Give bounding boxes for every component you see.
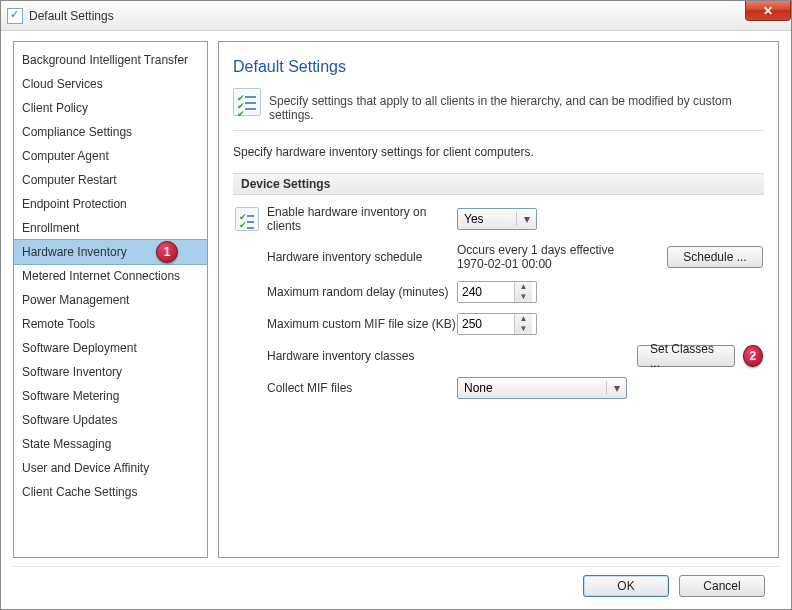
spinner-arrows[interactable]: ▲▼: [514, 314, 532, 334]
spinner-max-random-delay[interactable]: ▲▼: [457, 281, 537, 303]
app-icon: [7, 8, 23, 24]
sidebar: Background Intelligent Transfer Cloud Se…: [13, 41, 208, 558]
sidebar-item-cloud-services[interactable]: Cloud Services: [14, 72, 207, 96]
chevron-up-icon: ▲: [515, 282, 532, 292]
titlebar: Default Settings ✕: [1, 1, 791, 31]
annotation-badge-1: 1: [156, 241, 178, 263]
sidebar-item-software-inventory[interactable]: Software Inventory: [14, 360, 207, 384]
sidebar-item-label: Software Updates: [22, 413, 117, 427]
page-description: Specify settings that apply to all clien…: [269, 88, 764, 122]
sidebar-item-background-intelligent-transfer[interactable]: Background Intelligent Transfer: [14, 48, 207, 72]
sidebar-item-software-updates[interactable]: Software Updates: [14, 408, 207, 432]
sidebar-item-label: Software Inventory: [22, 365, 122, 379]
sidebar-item-label: Remote Tools: [22, 317, 95, 331]
sidebar-item-label: Software Metering: [22, 389, 119, 403]
dialog-footer: OK Cancel: [13, 566, 779, 609]
sidebar-item-label: Metered Internet Connections: [22, 269, 180, 283]
schedule-summary: Occurs every 1 days effective 1970-02-01…: [457, 243, 637, 271]
sidebar-item-label: Computer Agent: [22, 149, 109, 163]
spinner-arrows[interactable]: ▲▼: [514, 282, 532, 302]
sidebar-item-label: Compliance Settings: [22, 125, 132, 139]
sidebar-item-compliance-settings[interactable]: Compliance Settings: [14, 120, 207, 144]
section-header: Device Settings: [233, 173, 764, 195]
label-enable-hardware-inventory: Enable hardware inventory on clients: [267, 205, 457, 233]
chevron-down-icon: ▾: [606, 381, 622, 395]
page-sub-description: Specify hardware inventory settings for …: [233, 145, 764, 159]
content-area: Background Intelligent Transfer Cloud Se…: [1, 31, 791, 566]
sidebar-item-power-management[interactable]: Power Management: [14, 288, 207, 312]
combo-collect-mif-files[interactable]: None ▾: [457, 377, 627, 399]
sidebar-item-label: Software Deployment: [22, 341, 137, 355]
spinner-input[interactable]: [458, 314, 514, 334]
spinner-max-mif-size[interactable]: ▲▼: [457, 313, 537, 335]
combo-value: None: [464, 381, 493, 395]
sidebar-item-user-and-device-affinity[interactable]: User and Device Affinity: [14, 456, 207, 480]
sidebar-item-label: Hardware Inventory: [22, 245, 127, 259]
sidebar-item-computer-restart[interactable]: Computer Restart: [14, 168, 207, 192]
cancel-button[interactable]: Cancel: [679, 575, 765, 597]
sidebar-item-state-messaging[interactable]: State Messaging: [14, 432, 207, 456]
schedule-button[interactable]: Schedule ...: [667, 246, 763, 268]
annotation-badge-2: 2: [743, 345, 763, 367]
label-hardware-inventory-classes: Hardware inventory classes: [267, 349, 457, 363]
sidebar-item-label: Client Policy: [22, 101, 88, 115]
sidebar-item-software-deployment[interactable]: Software Deployment: [14, 336, 207, 360]
sidebar-item-client-cache-settings[interactable]: Client Cache Settings: [14, 480, 207, 504]
close-button[interactable]: ✕: [745, 1, 791, 21]
sidebar-item-label: State Messaging: [22, 437, 111, 451]
sidebar-item-label: Enrollment: [22, 221, 79, 235]
sidebar-item-endpoint-protection[interactable]: Endpoint Protection: [14, 192, 207, 216]
sidebar-item-label: Computer Restart: [22, 173, 117, 187]
sidebar-item-software-metering[interactable]: Software Metering: [14, 384, 207, 408]
label-collect-mif-files: Collect MIF files: [267, 381, 457, 395]
sidebar-item-remote-tools[interactable]: Remote Tools: [14, 312, 207, 336]
page-heading: Default Settings: [233, 58, 764, 76]
sidebar-item-hardware-inventory[interactable]: Hardware Inventory 1: [14, 239, 207, 265]
main-panel: Default Settings ✔✔✔ Specify settings th…: [218, 41, 779, 558]
sidebar-item-computer-agent[interactable]: Computer Agent: [14, 144, 207, 168]
sidebar-item-label: Cloud Services: [22, 77, 103, 91]
combo-enable-hardware-inventory[interactable]: Yes ▾: [457, 208, 537, 230]
sidebar-item-enrollment[interactable]: Enrollment: [14, 216, 207, 240]
chevron-up-icon: ▲: [515, 314, 532, 324]
chevron-down-icon: ▼: [515, 292, 532, 302]
chevron-down-icon: ▾: [516, 212, 532, 226]
separator: [233, 130, 764, 131]
window-title: Default Settings: [29, 9, 114, 23]
spinner-input[interactable]: [458, 282, 514, 302]
checklist-icon: ✔✔: [235, 207, 259, 231]
checklist-icon: ✔✔✔: [233, 88, 261, 116]
sidebar-item-label: Background Intelligent Transfer: [22, 53, 188, 67]
label-hardware-inventory-schedule: Hardware inventory schedule: [267, 250, 457, 264]
settings-grid: ✔✔ Enable hardware inventory on clients …: [233, 195, 764, 399]
chevron-down-icon: ▼: [515, 324, 532, 334]
ok-button[interactable]: OK: [583, 575, 669, 597]
set-classes-button[interactable]: Set Classes ...: [637, 345, 735, 367]
sidebar-item-label: Client Cache Settings: [22, 485, 137, 499]
sidebar-item-client-policy[interactable]: Client Policy: [14, 96, 207, 120]
label-max-mif-size: Maximum custom MIF file size (KB): [267, 317, 457, 331]
label-max-random-delay: Maximum random delay (minutes): [267, 285, 457, 299]
sidebar-item-metered-internet-connections[interactable]: Metered Internet Connections: [14, 264, 207, 288]
close-icon: ✕: [763, 4, 773, 18]
sidebar-item-label: Power Management: [22, 293, 129, 307]
sidebar-item-label: Endpoint Protection: [22, 197, 127, 211]
sidebar-item-label: User and Device Affinity: [22, 461, 149, 475]
combo-value: Yes: [464, 212, 484, 226]
